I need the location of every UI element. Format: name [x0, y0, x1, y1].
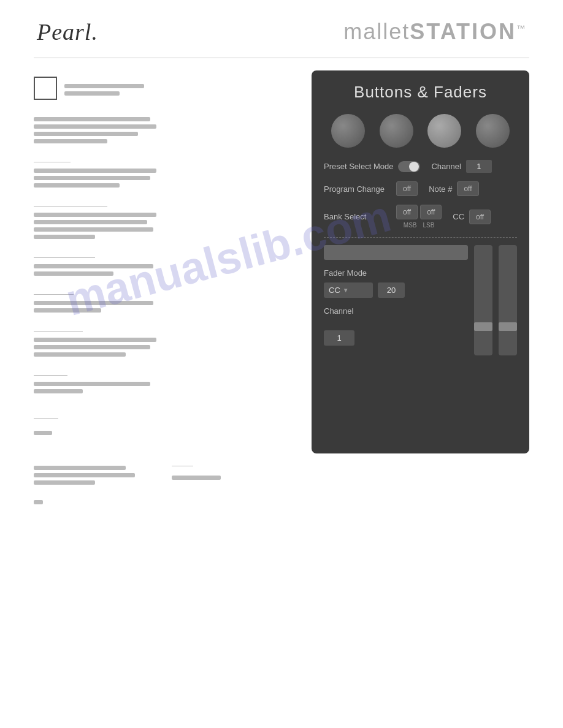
fader-thumb-2 [499, 322, 517, 331]
fader-sliders [474, 245, 517, 355]
sidebar-section-2 [34, 169, 293, 188]
bottom-right-text [172, 466, 221, 488]
bottom-text-row [34, 466, 529, 488]
sidebar [34, 70, 293, 453]
short-rule-5 [34, 331, 83, 332]
fader-thumb-1 [474, 322, 492, 331]
channel-value-input[interactable] [466, 160, 492, 173]
bottom-area [0, 466, 563, 504]
fader-mode-value: CC [329, 286, 340, 295]
sidebar-section-4 [34, 264, 293, 276]
fader-header-bar [324, 245, 468, 260]
sidebar-section-3 [34, 213, 293, 239]
program-change-label: Program Change [324, 184, 391, 194]
bottom-lines [34, 412, 293, 419]
bank-msb-btn[interactable]: off [396, 205, 418, 219]
panel-button-2[interactable] [380, 114, 413, 148]
main-content: Buttons & Faders Preset Select Mode Chan… [0, 58, 563, 466]
short-rule-4 [34, 294, 74, 295]
fader-cc-value[interactable]: 20 [378, 282, 405, 298]
sidebar-section-8 [34, 431, 293, 435]
bank-lsb-btn[interactable]: off [420, 205, 442, 219]
fader-controls: Fader Mode CC ▼ 20 Channel [324, 245, 468, 346]
panel-button-4[interactable] [476, 114, 510, 148]
fader-channel-input[interactable] [324, 330, 354, 346]
note-off-btn[interactable]: off [457, 181, 478, 196]
sidebar-section-6 [34, 338, 293, 357]
short-rule-7 [34, 418, 58, 419]
fader-slider-2[interactable] [499, 245, 517, 355]
fader-channel-section: Channel [324, 306, 468, 346]
toggle-knob [409, 162, 419, 172]
tm-text: ™ [516, 23, 526, 33]
panel-title: Buttons & Faders [324, 83, 517, 102]
short-rule-6 [34, 375, 67, 376]
sidebar-section-5 [34, 301, 293, 313]
buttons-faders-panel: Buttons & Faders Preset Select Mode Chan… [312, 70, 529, 453]
program-change-row: Program Change off Note # off [324, 181, 517, 196]
nav-lines [64, 84, 144, 99]
lsb-label: LSB [423, 222, 435, 229]
channel-label: Channel [431, 162, 461, 171]
sidebar-section-1 [34, 117, 293, 143]
mallet-station-logo: malletSTATION™ [343, 19, 526, 45]
bank-select-row: Bank Select off off MSB LSB CC off [324, 205, 517, 229]
short-rule-3 [34, 257, 95, 258]
mallet-text: mallet [343, 19, 410, 44]
fader-mode-label: Fader Mode [324, 268, 468, 278]
cc-label: CC [453, 212, 464, 221]
bank-labels: MSB LSB [404, 222, 435, 229]
bank-select-label: Bank Select [324, 212, 391, 221]
preset-select-label: Preset Select Mode [324, 162, 393, 171]
preset-select-toggle[interactable] [398, 161, 420, 172]
page-header: Pearl. malletSTATION™ [0, 0, 563, 58]
sidebar-section-7 [34, 382, 293, 393]
preset-select-row: Preset Select Mode Channel [324, 160, 517, 173]
short-rule-1 [34, 162, 71, 162]
bank-buttons: off off [396, 205, 442, 219]
nav-box[interactable] [34, 77, 57, 100]
fader-mode-select-row: CC ▼ 20 [324, 282, 468, 298]
cc-off-btn[interactable]: off [469, 210, 491, 224]
fader-section: Fader Mode CC ▼ 20 Channel [324, 245, 517, 355]
panel-button-1[interactable] [331, 114, 365, 148]
station-text: STATION [410, 19, 516, 44]
dashed-separator [324, 237, 517, 238]
bottom-left-text [34, 466, 135, 488]
bottom-text-2 [34, 500, 529, 504]
panel-button-3[interactable] [427, 114, 461, 148]
short-rule-2 [34, 206, 107, 207]
msb-label: MSB [404, 222, 417, 229]
bank-select-group: off off MSB LSB [396, 205, 442, 229]
buttons-row [324, 114, 517, 148]
fader-mode-select-box[interactable]: CC ▼ [324, 282, 373, 298]
fader-slider-1[interactable] [474, 245, 492, 355]
fader-channel-label: Channel [324, 306, 468, 316]
program-change-off-btn[interactable]: off [396, 181, 418, 196]
pearl-logo: Pearl. [37, 18, 98, 45]
note-label: Note # [429, 184, 452, 194]
select-arrow-icon: ▼ [343, 287, 349, 294]
pearl-logo-text: Pearl. [37, 19, 98, 45]
